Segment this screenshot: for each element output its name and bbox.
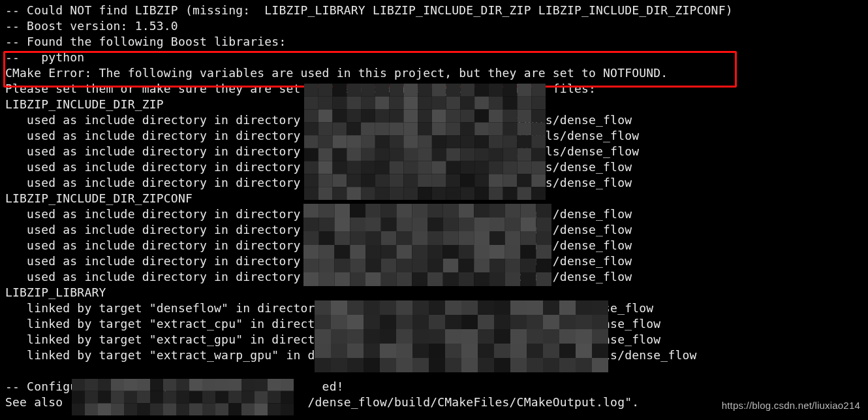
- terminal-line: LIBZIP_INCLUDE_DIR_ZIP: [5, 97, 863, 112]
- terminal-line: -- Found the following Boost libraries:: [5, 34, 863, 50]
- terminal-line: LIBZIP_LIBRARY: [5, 285, 863, 300]
- terminal-line: LIBZIP_INCLUDE_DIR_ZIPCONF: [5, 191, 863, 206]
- terminal-line: [5, 363, 863, 379]
- terminal-line: -- Boost version: 1.53.0: [5, 18, 863, 34]
- terminal-line: CMake Error: The following variables are…: [5, 65, 863, 81]
- terminal-line: used as include directory in directory /…: [5, 128, 863, 144]
- terminal-line: used as include directory in directory o…: [5, 175, 863, 191]
- terminal-line: linked by target "denseflow" in director…: [5, 300, 863, 316]
- terminal-line: used as include directory in directory t…: [5, 269, 863, 285]
- terminal-output: -- Could NOT find LIBZIP (missing: LIBZI…: [0, 0, 868, 410]
- terminal-line: -- python: [5, 50, 863, 65]
- terminal-line: used as include directory in directory o…: [5, 253, 863, 269]
- terminal-line: -- Configu incomplete c ed!: [5, 379, 863, 395]
- terminal-line: used as include directory in directory t…: [5, 112, 863, 128]
- terminal-line: -- Could NOT find LIBZIP (missing: LIBZI…: [5, 3, 863, 18]
- terminal-line: Please set them or make sure they are se…: [5, 81, 863, 97]
- terminal-line: linked by target "extract_warp_gpu" in d…: [5, 347, 863, 363]
- terminal-line: used as include directory in directory /…: [5, 144, 863, 159]
- terminal-line: used as include directory in directory o…: [5, 206, 863, 222]
- terminal-line: linked by target "extract_cpu" in direct…: [5, 316, 863, 332]
- watermark-text: https://blog.csdn.net/liuxiao214: [722, 398, 860, 413]
- terminal-line: used as include directory in directory o…: [5, 159, 863, 175]
- terminal-line: linked by target "extract_gpu" in direct…: [5, 332, 863, 347]
- terminal-line: used as include directory in directory o…: [5, 238, 863, 253]
- terminal-line: used as include directory in directory o…: [5, 222, 863, 238]
